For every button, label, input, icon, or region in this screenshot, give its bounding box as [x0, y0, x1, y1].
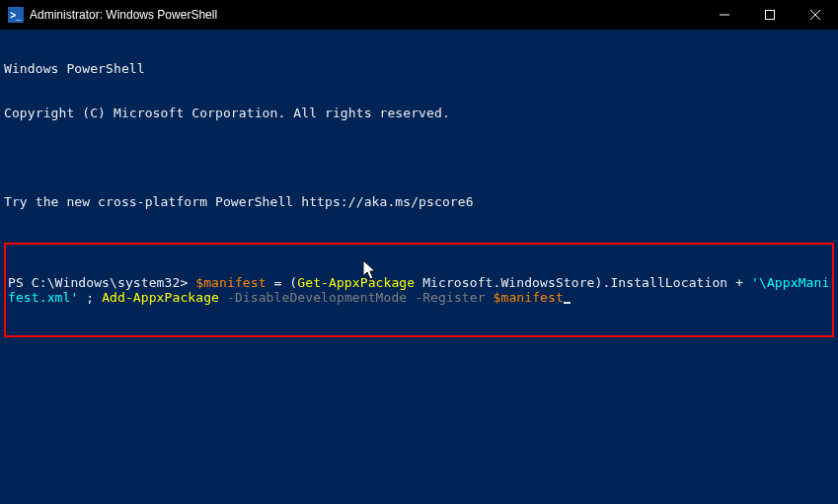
token-arg: Microsoft.WindowsStore).InstallLocation [415, 275, 735, 290]
blank-line [4, 150, 834, 165]
token-cmdlet: Add- [102, 290, 133, 305]
titlebar[interactable]: >_ Administrator: Windows PowerShell [0, 0, 838, 30]
token-variable: $manifest [494, 290, 564, 305]
token-plus: + [735, 275, 751, 290]
window-title: Administrator: Windows PowerShell [30, 8, 702, 22]
prompt-text: PS C:\Windows\system32> [8, 275, 195, 290]
svg-rect-0 [766, 11, 775, 20]
token-parameter: -DisableDevelopmentMode [227, 290, 407, 305]
token-separator: ; [78, 290, 102, 305]
command-line: PS C:\Windows\system32> $manifest = (Get… [8, 275, 830, 305]
banner-line: Windows PowerShell [4, 61, 834, 76]
window-controls [702, 0, 838, 30]
token-cmdlet: AppxPackage [133, 290, 219, 305]
close-button[interactable] [793, 0, 838, 30]
maximize-icon [765, 10, 775, 20]
close-icon [810, 10, 820, 20]
maximize-button[interactable] [747, 0, 793, 30]
minimize-icon [720, 10, 729, 20]
token-variable: $manifest [195, 275, 266, 290]
copyright-line: Copyright (C) Microsoft Corporation. All… [4, 106, 834, 120]
powershell-icon: >_ [8, 7, 24, 23]
text-cursor [564, 302, 571, 304]
minimize-button[interactable] [702, 0, 747, 30]
terminal-area[interactable]: Windows PowerShell Copyright (C) Microso… [0, 30, 838, 356]
command-highlight-box: PS C:\Windows\system32> $manifest = (Get… [4, 243, 834, 337]
token-eq: = ( [267, 275, 298, 290]
try-pscore-line: Try the new cross-platform PowerShell ht… [4, 194, 834, 209]
token-parameter: -Register [415, 290, 485, 305]
token-cmdlet: Get-AppxPackage [297, 275, 415, 290]
